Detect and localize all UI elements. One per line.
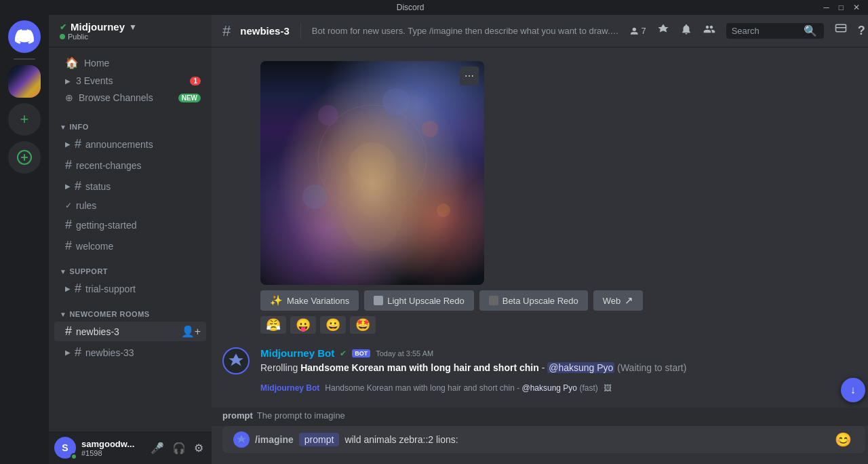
hash-icon: # <box>65 239 72 253</box>
members-count-icon: 7 <box>628 26 646 37</box>
context-text: Handsome Korean man with long hair and s… <box>325 383 597 393</box>
user-info: samgoodw... #1598 <box>81 439 142 457</box>
verified-check-icon: ✔ <box>340 349 347 358</box>
minimize-button[interactable]: ─ <box>821 3 832 12</box>
headset-button[interactable]: 🎧 <box>170 439 189 457</box>
svg-point-7 <box>437 204 450 217</box>
settings-button[interactable]: ⚙ <box>191 439 206 457</box>
scroll-btn-inner[interactable]: ↓ <box>841 378 865 402</box>
section-collapse-icon: ▼ <box>60 268 66 275</box>
light-upscale-icon <box>374 296 383 305</box>
server-name: Midjourney <box>71 21 125 33</box>
message-timestamp: Today at 3:55 AM <box>376 349 433 357</box>
announcements-arrow: ▶ <box>65 140 71 148</box>
close-button[interactable]: ✕ <box>850 3 863 12</box>
main-content: # newbies-3 Bot room for new users. Type… <box>212 15 868 464</box>
notification-icon[interactable] <box>680 23 692 39</box>
reaction-star-eyes[interactable]: 🤩 <box>350 316 376 334</box>
image-message-content: ⋯ ✨ Make Variations Light Upscale Redo B… <box>260 61 865 334</box>
channel-item-status[interactable]: ▶ # status <box>54 176 206 196</box>
reroll-message-text: Rerolling Handsome Korean man with long … <box>260 362 865 375</box>
channel-name-rules: rules <box>76 200 96 211</box>
input-user-avatar <box>233 431 250 448</box>
microphone-button[interactable]: 🎤 <box>148 439 167 457</box>
emoji-picker-button[interactable]: 😊 <box>832 429 854 450</box>
sidebar-item-events[interactable]: ▶ 3 Events 1 <box>54 73 206 89</box>
channel-item-rules[interactable]: ✓ rules <box>54 197 206 214</box>
beta-upscale-icon <box>489 296 498 305</box>
sidebar-item-browse-label: Browse Channels <box>79 92 153 103</box>
section-label-newcomer: NEWCOMER ROOMS <box>69 310 149 318</box>
slash-command-prefix: /imagine <box>255 434 294 445</box>
topbar-description: Bot room for new users. Type /imagine th… <box>312 26 620 36</box>
reaction-grin[interactable]: 😀 <box>320 316 346 334</box>
svg-point-4 <box>422 121 438 137</box>
server-online-dot <box>60 34 65 39</box>
section-header-info[interactable]: ▼ INFO <box>49 112 212 134</box>
channel-name-welcome: welcome <box>76 241 113 252</box>
web-button[interactable]: Web ↗ <box>593 290 644 311</box>
channel-item-recent-changes[interactable]: # recent-changes <box>54 155 206 175</box>
beta-upscale-redo-button[interactable]: Beta Upscale Redo <box>479 290 588 311</box>
channel-item-announcements[interactable]: ▶ # announcements <box>54 134 206 154</box>
reaction-tongue[interactable]: 😛 <box>290 316 316 334</box>
user-name: samgoodw... <box>81 439 142 449</box>
sidebar-item-home[interactable]: 🏠 Home <box>54 54 206 72</box>
hash-icon: # <box>75 282 81 296</box>
channel-item-trial-support[interactable]: ▶ # trial-support <box>54 279 206 298</box>
sidebar-item-home-label: Home <box>84 58 109 69</box>
channel-item-getting-started[interactable]: # getting-started <box>54 215 206 235</box>
server-status: Public <box>68 33 88 41</box>
chat-input-box: /imagine prompt 😊 <box>222 426 865 453</box>
section-label-info: INFO <box>69 123 88 131</box>
inbox-icon[interactable] <box>835 23 847 39</box>
channel-item-welcome[interactable]: # welcome <box>54 236 206 256</box>
reaction-angry[interactable]: 😤 <box>260 316 286 334</box>
maximize-button[interactable]: □ <box>836 3 846 12</box>
home-icon: 🏠 <box>65 56 79 69</box>
message-block-avatar-area <box>222 347 250 374</box>
section-label-support: SUPPORT <box>69 267 108 275</box>
context-photo-icon: 🖼 <box>604 383 612 393</box>
image-decoration-svg <box>260 61 484 285</box>
search-input[interactable] <box>732 26 800 36</box>
scroll-to-bottom-button[interactable]: ↓ <box>841 378 865 402</box>
prompt-hint-text: The prompt to imagine <box>257 410 345 421</box>
server-verified-icon: ✔ <box>60 22 66 32</box>
server-list: + <box>0 15 49 464</box>
chat-input-field[interactable] <box>344 426 826 453</box>
boost-icon[interactable] <box>657 23 669 39</box>
svg-point-3 <box>382 88 410 115</box>
server-header[interactable]: ✔ Midjourney ▼ Public <box>49 15 212 47</box>
search-box[interactable]: 🔍 <box>726 23 824 39</box>
midjourney-server-icon[interactable] <box>8 65 41 98</box>
section-header-newcomer[interactable]: ▼ NEWCOMER ROOMS <box>49 299 212 321</box>
rerolling-text: Rerolling <box>260 362 300 373</box>
sidebar-item-browse[interactable]: ⊕ Browse Channels NEW <box>54 90 206 106</box>
sidebar-item-events-label: 3 Events <box>76 75 113 86</box>
discover-servers-button[interactable] <box>8 141 41 174</box>
section-header-support[interactable]: ▼ SUPPORT <box>49 256 212 278</box>
topbar-icons: 7 🔍 ? <box>628 23 865 39</box>
channel-item-newbies-3[interactable]: # newbies-3 👤+ <box>54 322 206 341</box>
bot-badge: BOT <box>352 349 370 357</box>
channel-item-newbies-33[interactable]: ▶ # newbies-33 <box>54 343 206 362</box>
svg-point-9 <box>349 142 396 190</box>
waiting-text: (Waiting to start) <box>617 362 686 373</box>
make-variations-button[interactable]: ✨ Make Variations <box>260 290 359 311</box>
help-icon[interactable]: ? <box>858 24 865 38</box>
topbar: # newbies-3 Bot room for new users. Type… <box>212 15 868 47</box>
add-server-button[interactable]: + <box>8 103 41 136</box>
people-icon[interactable] <box>703 23 715 39</box>
channel-name-newbies-33: newbies-33 <box>85 347 134 358</box>
add-member-icon[interactable]: 👤+ <box>181 325 201 338</box>
prompt-tag: prompt <box>299 433 340 446</box>
message-block-image: ⋯ ✨ Make Variations Light Upscale Redo B… <box>222 58 865 336</box>
light-upscale-redo-button[interactable]: Light Upscale Redo <box>364 290 473 311</box>
discord-home-button[interactable] <box>8 20 41 53</box>
prompt-bar: prompt The prompt to imagine <box>212 408 868 426</box>
topbar-divider <box>300 23 301 39</box>
midjourney-icon-bg <box>8 65 41 98</box>
image-options-icon[interactable]: ⋯ <box>460 66 479 85</box>
title-bar: Discord ─ □ ✕ <box>0 0 868 15</box>
